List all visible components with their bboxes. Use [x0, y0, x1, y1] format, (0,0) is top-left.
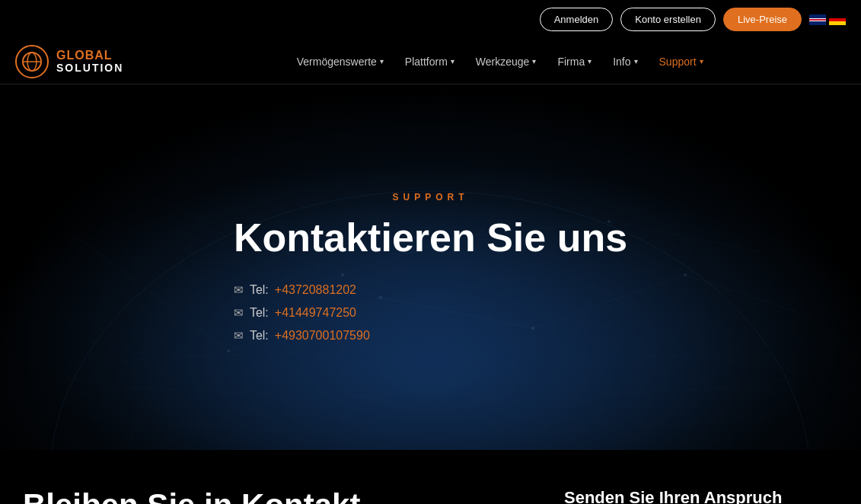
- navbar: GLOBAL SOLUTION Vermögenswerte ▾ Plattfo…: [0, 39, 861, 85]
- contact-1: ✉ Tel: +43720881202: [234, 283, 627, 297]
- right-column: Senden Sie Ihren Anspruch: [564, 488, 838, 504]
- live-prices-button[interactable]: Live-Preise: [723, 8, 802, 31]
- mail-icon: ✉: [234, 283, 244, 297]
- svg-point-20: [227, 349, 230, 352]
- svg-line-19: [799, 313, 861, 351]
- nav-item-info[interactable]: Info ▾: [605, 51, 645, 72]
- hero-label: SUPPORT: [234, 192, 627, 203]
- chevron-down-icon: ▾: [380, 57, 384, 65]
- contact-heading: Bleiben Sie in Kontakt: [23, 488, 518, 504]
- flag-de-icon[interactable]: [829, 14, 846, 25]
- chevron-down-icon: ▾: [700, 57, 703, 65]
- svg-point-7: [49, 378, 811, 431]
- nav-item-assets[interactable]: Vermögenswerte ▾: [289, 51, 391, 72]
- flag-uk-icon[interactable]: [809, 14, 826, 25]
- nav-items: Vermögenswerte ▾ Plattform ▾ Werkzeuge ▾…: [154, 51, 846, 72]
- svg-point-5: [65, 351, 796, 397]
- login-button[interactable]: Anmelden: [540, 8, 614, 31]
- logo[interactable]: GLOBAL SOLUTION: [15, 45, 123, 78]
- chevron-down-icon: ▾: [451, 57, 454, 65]
- hero-content: SUPPORT Kontaktieren Sie uns ✉ Tel: +437…: [234, 192, 627, 343]
- svg-line-18: [0, 237, 76, 351]
- mail-icon: ✉: [234, 329, 244, 343]
- hero-section: SUPPORT Kontaktieren Sie uns ✉ Tel: +437…: [0, 85, 861, 450]
- logo-icon: [15, 45, 49, 78]
- form-title: Senden Sie Ihren Anspruch: [564, 488, 838, 504]
- contact-3: ✉ Tel: +4930700107590: [234, 329, 627, 343]
- nav-item-support[interactable]: Support ▾: [652, 51, 711, 72]
- hero-contacts: ✉ Tel: +43720881202 ✉ Tel: +41449747250 …: [234, 283, 627, 343]
- chevron-down-icon: ▾: [634, 57, 638, 65]
- chevron-down-icon: ▾: [588, 57, 592, 65]
- mail-icon: ✉: [234, 306, 244, 320]
- left-column: Bleiben Sie in Kontakt 🏛 Diese Website (…: [23, 488, 518, 504]
- svg-point-23: [684, 273, 687, 276]
- svg-line-12: [685, 275, 799, 313]
- language-flags: [809, 14, 846, 25]
- svg-line-8: [76, 237, 228, 351]
- logo-text: GLOBAL SOLUTION: [56, 49, 123, 74]
- svg-line-17: [38, 199, 152, 313]
- nav-item-tools[interactable]: Werkzeuge ▾: [468, 51, 544, 72]
- chevron-down-icon: ▾: [532, 57, 536, 65]
- svg-line-16: [609, 222, 761, 252]
- register-button[interactable]: Konto erstellen: [620, 8, 716, 31]
- hero-title: Kontaktieren Sie uns: [234, 215, 627, 260]
- bottom-section: Bleiben Sie in Kontakt 🏛 Diese Website (…: [0, 450, 861, 504]
- nav-item-company[interactable]: Firma ▾: [550, 51, 599, 72]
- topbar: Anmelden Konto erstellen Live-Preise: [0, 0, 861, 39]
- contact-2: ✉ Tel: +41449747250: [234, 306, 627, 320]
- nav-item-platform[interactable]: Plattform ▾: [397, 51, 462, 72]
